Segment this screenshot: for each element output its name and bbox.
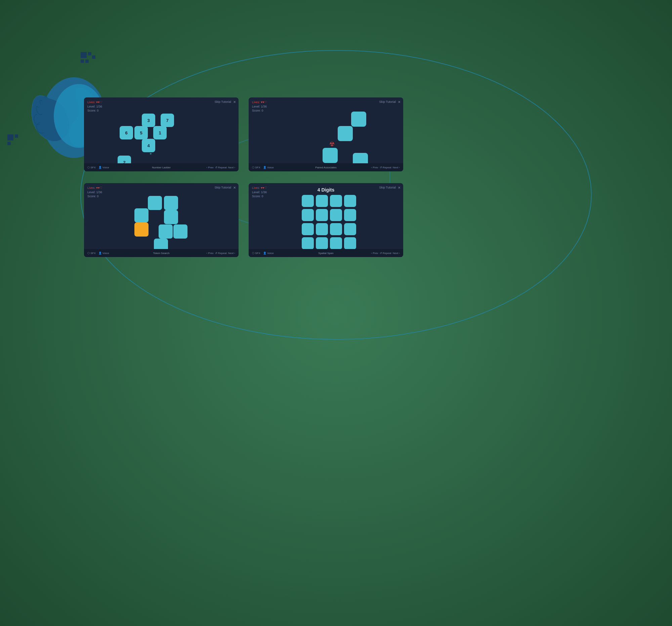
indicator-dot: [150, 153, 151, 154]
spatial-tile-1[interactable]: [302, 195, 314, 207]
panel-spatial-span-info: Lives: ♥♥♡ Level: 1/36 Score: 0: [252, 186, 267, 199]
tile-1[interactable]: 1: [153, 126, 167, 140]
prev-btn[interactable]: ‹ Prev: [206, 166, 213, 169]
spatial-tile-15[interactable]: [330, 237, 342, 249]
prev-btn[interactable]: ‹ Prev: [371, 166, 378, 169]
voice-control[interactable]: 👤 Voice: [98, 252, 109, 255]
sfx-control[interactable]: ⬡ SFX: [252, 166, 260, 169]
spatial-tile-12[interactable]: [344, 223, 356, 235]
close-btn[interactable]: ✕: [398, 186, 401, 190]
spatial-tile-3[interactable]: [330, 195, 342, 207]
spatial-tile-5[interactable]: [302, 209, 314, 221]
panel-token-search: Lives: ♥♥♡ Level: 1/36 Score: 0 Skip Tut…: [84, 183, 239, 257]
panel-paired-associates-footer: ⬡ SFX 👤 Voice Paired Associates ‹ Prev ↺…: [249, 163, 403, 171]
next-btn[interactable]: Next ›: [393, 166, 400, 169]
skip-tutorial-btn[interactable]: Skip Tutorial: [214, 186, 231, 189]
number-ladder-game-area: 3 7 6 5 1 4 2: [84, 104, 239, 163]
lives-display: Lives: ♥♥♡: [87, 100, 102, 104]
panel-spatial-span: Lives: ♥♥♡ Level: 1/36 Score: 0 Skip Tut…: [249, 183, 403, 257]
paired-associates-game-area: ☢: [249, 104, 403, 163]
game-title-paired-associates: Paired Associates: [315, 166, 337, 169]
panel-paired-associates: Lives: ♥♥♡ Level: 1/36 Score: 0 Skip Tut…: [249, 97, 403, 171]
token-tile-3[interactable]: [135, 208, 148, 222]
pa-tile-3[interactable]: [322, 148, 338, 163]
voice-control[interactable]: 👤 Voice: [98, 166, 109, 169]
token-tile-6[interactable]: [173, 224, 188, 239]
level-display: Level: 1/36: [252, 190, 267, 195]
spatial-tile-8[interactable]: [344, 209, 356, 221]
tile-5[interactable]: 5: [135, 126, 148, 140]
repeat-btn[interactable]: ↺ Repeat: [380, 252, 391, 255]
game-title-number-ladder: Number Ladder: [152, 166, 171, 169]
panel-number-ladder: Lives: ♥♥♡ Level: 1/36 Score: 0 Skip Tut…: [84, 97, 239, 171]
spatial-tile-16[interactable]: [344, 237, 356, 249]
repeat-btn[interactable]: ↺ Repeat: [215, 252, 227, 255]
repeat-btn[interactable]: ↺ Repeat: [380, 166, 391, 169]
close-btn[interactable]: ✕: [233, 100, 236, 104]
sfx-control[interactable]: ⬡ SFX: [87, 252, 96, 255]
radioactive-icon: ☢: [329, 141, 335, 148]
spatial-tile-7[interactable]: [330, 209, 342, 221]
spatial-tile-9[interactable]: [302, 223, 314, 235]
spatial-tile-10[interactable]: [316, 223, 328, 235]
token-tile-5[interactable]: [159, 224, 173, 239]
token-tile-1[interactable]: [148, 196, 162, 210]
game-title-spatial-span: Spatial Span: [318, 252, 333, 255]
spatial-tile-4[interactable]: [344, 195, 356, 207]
token-search-game-area: [84, 190, 239, 249]
spatial-tile-13[interactable]: [302, 237, 314, 249]
spatial-tile-6[interactable]: [316, 209, 328, 221]
pa-tile-1[interactable]: [351, 112, 366, 127]
token-tile-4[interactable]: [164, 210, 178, 224]
tile-6[interactable]: 6: [120, 126, 133, 140]
score-display: Score: 0: [252, 194, 267, 199]
next-btn[interactable]: Next ›: [228, 252, 235, 255]
close-btn[interactable]: ✕: [233, 186, 236, 190]
skip-tutorial-btn[interactable]: Skip Tutorial: [214, 100, 231, 103]
spatial-span-heading: 4 Digits: [317, 187, 335, 193]
lives-display: Lives: ♥♥♡: [252, 186, 267, 190]
panel-number-ladder-footer: ⬡ SFX 👤 Voice Number Ladder ‹ Prev ↺ Rep…: [84, 163, 239, 171]
prev-btn[interactable]: ‹ Prev: [371, 252, 378, 255]
skip-tutorial-btn[interactable]: Skip Tutorial: [379, 186, 396, 189]
tile-7[interactable]: 7: [161, 114, 174, 127]
spatial-tile-11[interactable]: [330, 223, 342, 235]
panel-token-search-footer: ⬡ SFX 👤 Voice Token Search ‹ Prev ↺ Repe…: [84, 249, 239, 257]
game-title-token-search: Token Search: [153, 252, 170, 255]
voice-control[interactable]: 👤 Voice: [263, 252, 274, 255]
next-btn[interactable]: Next ›: [393, 252, 400, 255]
token-tile-2[interactable]: [164, 196, 178, 210]
spatial-span-grid: [302, 195, 356, 249]
sfx-control[interactable]: ⬡ SFX: [252, 252, 260, 255]
tile-3[interactable]: 3: [142, 114, 155, 127]
tile-4[interactable]: 4: [142, 139, 155, 152]
prev-btn[interactable]: ‹ Prev: [206, 252, 213, 255]
pa-tile-2[interactable]: [338, 126, 353, 141]
lives-display: Lives: ♥♥♡: [87, 186, 102, 190]
panel-spatial-span-footer: ⬡ SFX 👤 Voice Spatial Span ‹ Prev ↺ Repe…: [249, 249, 403, 257]
voice-control[interactable]: 👤 Voice: [263, 166, 274, 169]
spatial-tile-2[interactable]: [316, 195, 328, 207]
next-btn[interactable]: Next ›: [228, 166, 235, 169]
spatial-tile-14[interactable]: [316, 237, 328, 249]
repeat-btn[interactable]: ↺ Repeat: [215, 166, 227, 169]
sfx-control[interactable]: ⬡ SFX: [87, 166, 96, 169]
lives-display: Lives: ♥♥♡: [252, 100, 267, 104]
close-btn[interactable]: ✕: [398, 100, 401, 104]
token-tile-active[interactable]: [135, 222, 148, 237]
skip-tutorial-btn[interactable]: Skip Tutorial: [379, 100, 396, 103]
